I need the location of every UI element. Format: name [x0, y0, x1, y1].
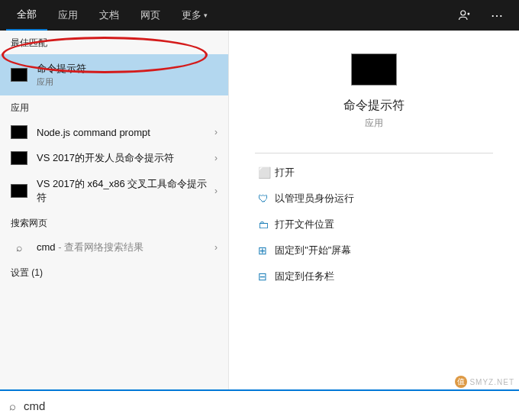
result-title: cmd - 查看网络搜索结果	[37, 241, 214, 254]
search-input[interactable]	[24, 399, 510, 412]
app-result-node[interactable]: Node.js command prompt ›	[0, 119, 228, 145]
section-settings: 设置 (1)	[0, 260, 228, 284]
open-icon: ⬜	[258, 166, 275, 179]
tab-web[interactable]: 网页	[130, 0, 171, 31]
results-list: 最佳匹配 命令提示符 应用 应用 Node.js command prompt …	[0, 31, 229, 389]
tab-more[interactable]: 更多▾	[171, 0, 218, 31]
best-match-item[interactable]: 命令提示符 应用	[0, 54, 228, 95]
result-title: 命令提示符	[37, 62, 218, 76]
pin-icon: ⊞	[258, 244, 275, 257]
search-icon: ⌕	[9, 399, 16, 412]
watermark-badge: 值	[455, 376, 467, 388]
cmd-icon	[11, 68, 27, 82]
svg-point-0	[461, 11, 466, 15]
cmd-icon	[11, 151, 27, 165]
web-search-result[interactable]: ⌕ cmd - 查看网络搜索结果 ›	[0, 234, 228, 260]
shield-icon: 🛡	[258, 192, 275, 205]
search-icon: ⌕	[11, 241, 27, 254]
watermark-text: SMYZ.NET	[469, 378, 514, 386]
section-best-match: 最佳匹配	[0, 31, 228, 54]
filter-tabbar: 全部 应用 文档 网页 更多▾ ⋯	[0, 0, 519, 31]
cmd-icon	[11, 125, 27, 139]
app-result-vs-cross[interactable]: VS 2017的 x64_x86 交叉工具命令提示符 ›	[0, 171, 228, 211]
result-title: VS 2017的 x64_x86 交叉工具命令提示符	[37, 177, 214, 205]
tab-all[interactable]: 全部	[6, 0, 47, 31]
chevron-right-icon: ›	[214, 127, 218, 137]
feedback-icon[interactable]	[449, 0, 481, 31]
section-web: 搜索网页	[0, 211, 228, 234]
search-bar[interactable]: ⌕	[0, 389, 519, 420]
preview-thumbnail	[351, 53, 397, 86]
action-pin-taskbar[interactable]: ⊟固定到任务栏	[255, 263, 493, 289]
chevron-right-icon: ›	[214, 186, 218, 196]
tab-apps[interactable]: 应用	[47, 0, 89, 31]
pin-icon: ⊟	[258, 270, 275, 283]
preview-title: 命令提示符	[343, 98, 405, 114]
chevron-right-icon: ›	[214, 153, 218, 163]
result-subtitle: 应用	[37, 76, 218, 88]
cmd-icon	[11, 184, 27, 198]
divider	[255, 153, 493, 153]
chevron-down-icon: ▾	[204, 11, 208, 19]
preview-pane: 命令提示符 应用 ⬜打开 🛡以管理员身份运行 🗀打开文件位置 ⊞固定到"开始"屏…	[229, 31, 519, 389]
preview-actions: ⬜打开 🛡以管理员身份运行 🗀打开文件位置 ⊞固定到"开始"屏幕 ⊟固定到任务栏	[255, 160, 493, 289]
action-open-location[interactable]: 🗀打开文件位置	[255, 212, 493, 237]
result-title: Node.js command prompt	[37, 127, 214, 138]
app-result-vs-dev[interactable]: VS 2017的开发人员命令提示符 ›	[0, 145, 228, 171]
tab-documents[interactable]: 文档	[89, 0, 130, 31]
preview-subtitle: 应用	[365, 117, 383, 130]
folder-icon: 🗀	[258, 218, 275, 231]
section-apps: 应用	[0, 95, 228, 119]
chevron-right-icon: ›	[214, 242, 218, 253]
results-area: 最佳匹配 命令提示符 应用 应用 Node.js command prompt …	[0, 31, 519, 389]
result-title: VS 2017的开发人员命令提示符	[37, 151, 214, 165]
action-run-admin[interactable]: 🛡以管理员身份运行	[255, 186, 493, 212]
action-open[interactable]: ⬜打开	[255, 160, 493, 186]
action-pin-start[interactable]: ⊞固定到"开始"屏幕	[255, 237, 493, 263]
more-options-icon[interactable]: ⋯	[481, 0, 513, 31]
